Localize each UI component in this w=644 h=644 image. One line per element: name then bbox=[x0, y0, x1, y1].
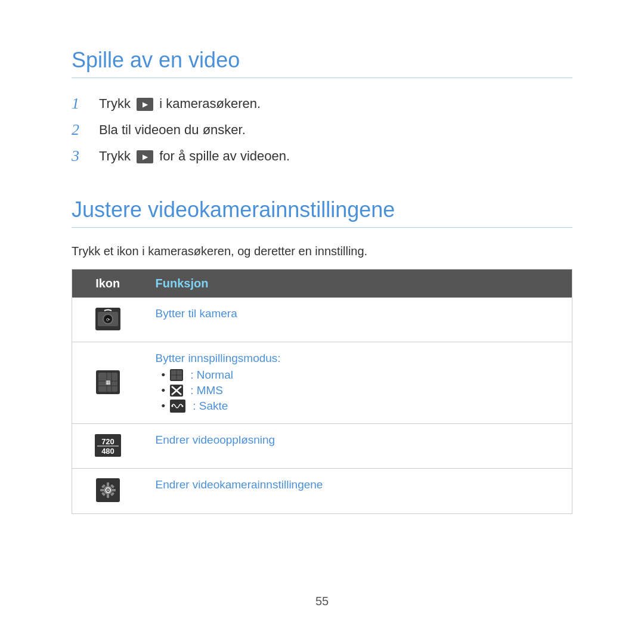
section2-title: Justere videokamerainnstillingene bbox=[72, 197, 572, 222]
func-title-2: Bytter innspillingsmodus: bbox=[156, 352, 561, 365]
table-header: Ikon Funksjon bbox=[72, 270, 572, 298]
svg-text:720: 720 bbox=[101, 437, 114, 446]
step-2: 2 Bla til videoen du ønsker. bbox=[72, 121, 572, 139]
svg-point-21 bbox=[182, 405, 184, 407]
resolution-svg: 720 480 bbox=[95, 434, 121, 457]
func-cell-2: Bytter innspillingsmodus: : Normal bbox=[144, 342, 572, 424]
header-ikon: Ikon bbox=[72, 270, 144, 298]
play-icon-3: ▶ bbox=[137, 150, 153, 163]
table-row: ⟳ Bytter til kamera bbox=[72, 298, 572, 342]
section2-description: Trykk et ikon i kamerasøkeren, og derett… bbox=[72, 244, 572, 258]
func-text-1: Bytter til kamera bbox=[156, 307, 237, 320]
mms-label: : MMS bbox=[190, 384, 223, 397]
svg-rect-32 bbox=[112, 489, 116, 491]
table-row: ⚙ Endrer videokamerainnstillingene bbox=[72, 469, 572, 514]
table-row: ▦ Bytter innspillingsmodus: bbox=[72, 342, 572, 424]
svg-text:▦: ▦ bbox=[105, 379, 110, 385]
func-cell-1: Bytter til kamera bbox=[144, 298, 572, 342]
rec-mode-icon: ▦ bbox=[95, 369, 121, 395]
mini-normal-icon bbox=[170, 369, 183, 381]
func-list-2: : Normal : MMS bbox=[156, 369, 561, 413]
step-2-text: Bla til videoen du ønsker. bbox=[99, 122, 246, 138]
table-body: ⟳ Bytter til kamera bbox=[72, 298, 572, 514]
func-list-item-normal: : Normal bbox=[162, 369, 561, 382]
step-number-3: 3 bbox=[72, 147, 89, 165]
header-funksjon: Funksjon bbox=[144, 270, 572, 298]
func-text-3: Endrer videooppløsning bbox=[156, 434, 275, 446]
section1-title: Spille av en video bbox=[72, 48, 572, 73]
normal-label: : Normal bbox=[190, 369, 233, 382]
mini-mms-icon bbox=[170, 385, 183, 397]
settings-table: Ikon Funksjon bbox=[72, 269, 572, 514]
table-header-row: Ikon Funksjon bbox=[72, 270, 572, 298]
play-icon-1: ▶ bbox=[137, 98, 153, 111]
step-3-text: Trykk ▶ for å spille av videoen. bbox=[99, 148, 290, 164]
icon-cell-1: ⟳ bbox=[72, 298, 144, 342]
step-1: 1 Trykk ▶ i kamerasøkeren. bbox=[72, 95, 572, 113]
resolution-icon: 720 480 bbox=[95, 432, 121, 459]
func-cell-3: Endrer videooppløsning bbox=[144, 424, 572, 469]
mini-sakte-icon bbox=[170, 400, 185, 413]
section1-divider bbox=[72, 78, 572, 78]
steps-list: 1 Trykk ▶ i kamerasøkeren. 2 Bla til vid… bbox=[72, 95, 572, 174]
icon-cell-4: ⚙ bbox=[72, 469, 144, 514]
icon-cell-3: 720 480 bbox=[72, 424, 144, 469]
func-list-item-mms: : MMS bbox=[162, 384, 561, 397]
settings-gear-svg: ⚙ bbox=[96, 478, 120, 502]
step-number-2: 2 bbox=[72, 121, 89, 139]
svg-text:480: 480 bbox=[101, 447, 114, 456]
page: Spille av en video 1 Trykk ▶ i kamerasøk… bbox=[0, 0, 644, 644]
func-list-item-sakte: : Sakte bbox=[162, 400, 561, 413]
step-3: 3 Trykk ▶ for å spille av videoen. bbox=[72, 147, 572, 165]
svg-text:⟳: ⟳ bbox=[106, 317, 110, 323]
table-row: 720 480 Endrer videooppløsning bbox=[72, 424, 572, 469]
svg-point-20 bbox=[172, 405, 174, 407]
func-cell-4: Endrer videokamerainnstillingene bbox=[144, 469, 572, 514]
step-1-text: Trykk ▶ i kamerasøkeren. bbox=[99, 96, 261, 112]
func-text-4: Endrer videokamerainnstillingene bbox=[156, 478, 323, 491]
sakte-label: : Sakte bbox=[193, 400, 228, 413]
settings-gear-icon: ⚙ bbox=[95, 477, 121, 503]
step-number-1: 1 bbox=[72, 95, 89, 113]
section2-divider bbox=[72, 227, 572, 228]
camera-switch-icon: ⟳ bbox=[95, 306, 121, 332]
camera-switch-svg: ⟳ bbox=[95, 308, 120, 330]
svg-rect-31 bbox=[100, 489, 104, 491]
icon-cell-2: ▦ bbox=[72, 342, 144, 424]
rec-mode-svg: ▦ bbox=[96, 370, 120, 394]
svg-text:⚙: ⚙ bbox=[104, 485, 112, 495]
page-number: 55 bbox=[72, 571, 572, 608]
